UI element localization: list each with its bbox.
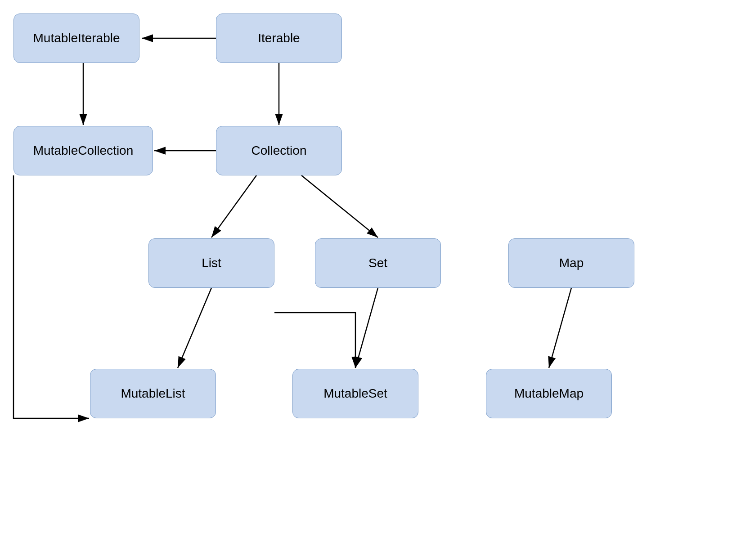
svg-line-8	[549, 288, 571, 368]
diagram-container: MutableIterable Iterable MutableCollecti…	[0, 0, 732, 560]
node-collection: Collection	[216, 126, 342, 175]
node-mutableCollection: MutableCollection	[13, 126, 153, 175]
node-list: List	[148, 238, 274, 288]
node-set: Set	[315, 238, 441, 288]
svg-line-5	[301, 175, 378, 237]
node-iterable: Iterable	[216, 13, 342, 63]
svg-line-7	[355, 288, 378, 368]
node-mutableIterable: MutableIterable	[13, 13, 139, 63]
node-mutableList: MutableList	[90, 369, 216, 418]
svg-line-4	[211, 175, 256, 237]
node-map: Map	[508, 238, 634, 288]
svg-line-6	[178, 288, 211, 368]
node-mutableSet: MutableSet	[292, 369, 418, 418]
node-mutableMap: MutableMap	[486, 369, 612, 418]
